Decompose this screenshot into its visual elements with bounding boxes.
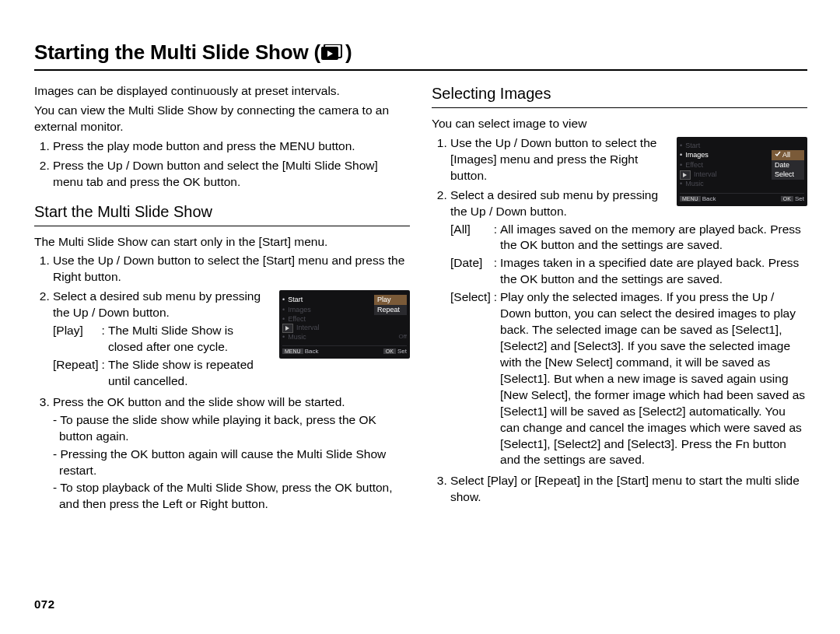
start-step-3-bullets: To pause the slide show while playing it… — [53, 412, 410, 513]
shot-sel-play: Play — [374, 295, 407, 305]
selecting-lead: You can select image to view — [432, 116, 807, 132]
shot2-back: Back — [702, 195, 716, 202]
shot2-sel-date: Date — [772, 160, 804, 170]
shot-item-start: Start — [288, 296, 303, 304]
title-row: Starting the Multi Slide Show ( ) — [34, 40, 807, 71]
start-step-1: Use the Up / Down button to select the [… — [53, 253, 410, 285]
shot-item-effect: Effect — [288, 315, 306, 324]
slideshow-icon — [320, 44, 342, 61]
right-column: Selecting Images You can select image to… — [432, 83, 807, 516]
title-prefix: Starting the Multi Slide Show ( — [34, 40, 320, 65]
shot-item-interval: Interval — [296, 324, 320, 332]
shot2-item-effect: Effect — [685, 161, 703, 170]
start-step-3: Press the OK button and the slide show w… — [53, 394, 410, 513]
shot-back: Back — [305, 348, 319, 355]
play-icon — [680, 170, 691, 180]
shot-item-music: Music — [288, 333, 306, 342]
page-number: 072 — [34, 597, 55, 611]
opt-date-val: Images taken in a specified date are pla… — [500, 255, 807, 289]
svg-marker-3 — [285, 326, 289, 331]
svg-marker-4 — [683, 173, 687, 177]
shot2-item-start: Start — [685, 142, 700, 150]
opt-all-val: All images saved on the memory are playe… — [500, 222, 807, 256]
subhead-start: Start the Multi Slide Show — [34, 201, 410, 226]
opt-repeat-key: [Repeat] — [53, 357, 102, 391]
shot-key-ok: OK — [383, 349, 396, 354]
shot2-set: Set — [795, 195, 804, 202]
opt-play-val: The Multi Slide Show is closed after one… — [108, 323, 271, 357]
start-bullet-b: Pressing the OK button again will cause … — [53, 447, 410, 479]
subhead-selecting: Selecting Images — [432, 83, 807, 108]
shot2-item-music: Music — [685, 180, 704, 188]
start-step-2-text: Select a desired sub menu by pressing th… — [53, 289, 261, 319]
shot2-item-interval: Interval — [694, 170, 717, 179]
selecting-step-2: Select a desired sub menu by pressing th… — [450, 187, 807, 471]
shot-item-images: Images — [288, 306, 311, 314]
selecting-step-3: Select [Play] or [Repeat] in the [Start]… — [450, 473, 807, 506]
screenshot-start: •StartPlay •ImagesRepeat •Effect Interva… — [279, 290, 410, 359]
shot-key-menu: MENU — [282, 349, 303, 354]
opt-colon: : — [494, 222, 500, 256]
intro-step-1: Press the play mode button and press the… — [53, 138, 410, 155]
opt-colon: : — [494, 255, 500, 289]
opt-colon: : — [102, 323, 108, 357]
selecting-options: [All] : All images saved on the memory a… — [450, 222, 807, 471]
start-lead: The Multi Slide Show can start only in t… — [34, 234, 410, 250]
shot2-sel-all: All — [772, 150, 804, 160]
opt-play-key: [Play] — [53, 323, 102, 357]
start-steps: Use the Up / Down button to select the [… — [34, 253, 410, 513]
start-bullet-a: To pause the slide show while playing it… — [53, 412, 410, 445]
start-step-3-text: Press the OK button and the slide show w… — [53, 395, 345, 408]
opt-all-key: [All] — [450, 222, 494, 256]
opt-colon: : — [494, 289, 500, 470]
shot-set: Set — [397, 348, 407, 355]
opt-select-key: [Select] — [450, 289, 494, 470]
start-options: [Play] : The Multi Slide Show is closed … — [53, 323, 271, 391]
opt-repeat-val: The Slide show is repeated until cancell… — [108, 357, 271, 391]
opt-date-key: [Date] — [450, 255, 494, 289]
screenshot-images: •Start •Images All •EffectDate IntervalS… — [677, 137, 807, 206]
shot2-key-menu: MENU — [680, 196, 701, 201]
shot2-sel-select: Select — [772, 170, 804, 180]
intro-steps: Press the play mode button and press the… — [34, 138, 410, 191]
shot2-key-ok: OK — [781, 196, 793, 201]
opt-colon: : — [102, 357, 108, 391]
shot-sel-repeat: Repeat — [374, 305, 407, 315]
shot2-item-images: Images — [685, 151, 709, 159]
left-column: Images can be displayed continuously at … — [34, 83, 410, 516]
intro-line-2: You can view the Multi Slide Show by con… — [34, 103, 410, 135]
title-suffix: ) — [345, 40, 352, 65]
play-icon — [282, 324, 293, 333]
start-bullet-c: To stop playback of the Multi Slide Show… — [53, 480, 410, 513]
intro-step-2: Press the Up / Down button and select th… — [53, 158, 410, 191]
intro-line-1: Images can be displayed continuously at … — [34, 83, 410, 100]
page-title: Starting the Multi Slide Show ( ) — [34, 40, 352, 65]
start-step-2: •StartPlay •ImagesRepeat •Effect Interva… — [53, 289, 410, 391]
shot-off: Off — [398, 333, 407, 341]
selecting-step-2-text: Select a desired sub menu by pressing th… — [450, 188, 658, 218]
opt-select-val: Play only the selected images. If you pr… — [500, 289, 807, 470]
